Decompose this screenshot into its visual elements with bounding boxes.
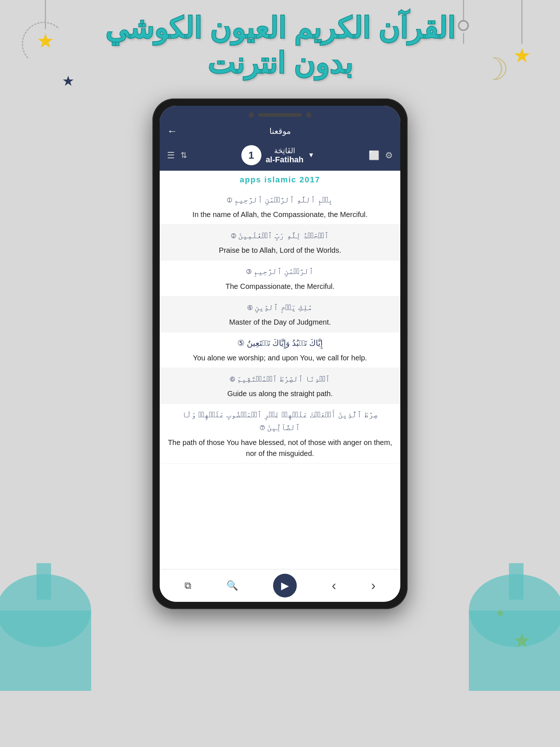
svg-rect-0: [36, 563, 51, 600]
phone-notch: [160, 106, 400, 121]
phone-screen: ← موقعنا ☰ ⇅ 1 الفَاتِحَة al-Fatihah ▼ ⬜…: [160, 106, 400, 602]
copy-button[interactable]: ⧉: [184, 580, 191, 591]
verse-arabic: بِسۡمِ ٱللَّهِ ٱلرَّحۡمَٰنِ ٱلرَّحِيمِ ①: [167, 193, 393, 206]
verses-container: بِسۡمِ ٱللَّهِ ٱلرَّحۡمَٰنِ ٱلرَّحِيمِ ①…: [160, 189, 400, 464]
verse-block: مَٰلِكِ يَوۡمِ ٱلدِّينِ ④Master of the D…: [160, 297, 400, 332]
verse-translation: The path of those You have blessed, not …: [167, 437, 393, 459]
verse-translation: The Compassionate, the Merciful.: [167, 281, 393, 292]
svg-point-2: [0, 574, 91, 647]
verse-block: ٱلرَّحۡمَٰنِ ٱلرَّحِيمِ ③The Compassiona…: [160, 260, 400, 296]
camera-dot-right: [306, 112, 311, 117]
bookmark-icon[interactable]: ⬜: [369, 150, 380, 160]
speaker-bar: [258, 113, 302, 117]
search-button[interactable]: 🔍: [226, 580, 238, 591]
content-area: apps islamic 2017 بِسۡمِ ٱللَّهِ ٱلرَّحۡ…: [160, 171, 400, 569]
settings-icon[interactable]: ⚙: [385, 150, 393, 160]
prev-button[interactable]: ‹: [332, 578, 336, 593]
bottom-star-right-sm: ★: [495, 607, 505, 619]
verse-translation: Praise be to Allah, Lord of the Worlds.: [167, 245, 393, 256]
header-left-icons: ☰ ⇅: [167, 150, 187, 160]
verse-block: ٱلۡحَمۡدُ لِلَّهِ رَبِّ ٱلۡعَٰلَمِينَ ②P…: [160, 225, 400, 260]
back-button[interactable]: ←: [167, 125, 177, 137]
camera-dot-left: [249, 112, 254, 117]
bottom-star-right: ★: [513, 629, 531, 652]
verse-arabic: ٱهۡدِنَا ٱلصِّرَٰطَ ٱلۡمُسۡتَقِيمَ ⑥: [167, 372, 393, 385]
verse-block: صِرَٰطَ ٱلَّذِينَ أَنۡعَمۡتَ عَلَيۡهِمۡ …: [160, 404, 400, 463]
surah-dropdown-arrow[interactable]: ▼: [308, 151, 315, 159]
app-topbar: ← موقعنا: [160, 121, 400, 142]
page-title: القرآن الكريم العيون الكوشي بدون انترنت: [0, 11, 560, 81]
header-right-icons: ⬜ ⚙: [369, 150, 393, 160]
play-button[interactable]: ▶: [273, 574, 297, 597]
verse-arabic: ٱلرَّحۡمَٰنِ ٱلرَّحِيمِ ③: [167, 265, 393, 278]
verse-arabic: مَٰلِكِ يَوۡمِ ٱلدِّينِ ④: [167, 301, 393, 314]
surah-arabic-name: الفَاتِحَة: [266, 146, 304, 155]
verse-translation: Guide us along the straight path.: [167, 388, 393, 399]
topbar-title: موقعنا: [269, 127, 291, 136]
svg-rect-4: [509, 563, 524, 600]
svg-rect-7: [469, 611, 560, 691]
surah-header: ☰ ⇅ 1 الفَاتِحَة al-Fatihah ▼ ⬜ ⚙: [160, 142, 400, 171]
mosque-dome-left: [0, 563, 95, 692]
verse-arabic: ٱلۡحَمۡدُ لِلَّهِ رَبِّ ٱلۡعَٰلَمِينَ ②: [167, 229, 393, 242]
surah-number-badge: 1: [241, 145, 261, 165]
watermark: apps islamic 2017: [160, 171, 400, 189]
verse-arabic: صِرَٰطَ ٱلَّذِينَ أَنۡعَمۡتَ عَلَيۡهِمۡ …: [167, 408, 393, 434]
verse-block: ٱهۡدِنَا ٱلصِّرَٰطَ ٱلۡمُسۡتَقِيمَ ⑥Guid…: [160, 368, 400, 404]
hamburger-icon[interactable]: ☰: [167, 150, 175, 160]
sort-icon[interactable]: ⇅: [180, 151, 187, 160]
verse-block: بِسۡمِ ٱللَّهِ ٱلرَّحۡمَٰنِ ٱلرَّحِيمِ ①…: [160, 189, 400, 225]
next-button[interactable]: ›: [371, 578, 376, 593]
surah-name-block: الفَاتِحَة al-Fatihah: [266, 146, 304, 165]
verse-arabic: إِيَّاكَ نَعۡبُدُ وَإِيَّاكَ نَسۡتَعِينُ…: [167, 337, 393, 349]
mosque-dome-right: [465, 563, 560, 692]
bottom-nav: ⧉ 🔍 ▶ ‹ ›: [160, 569, 400, 602]
surah-latin-name: al-Fatihah: [266, 155, 304, 165]
verse-block: إِيَّاكَ نَعۡبُدُ وَإِيَّاكَ نَسۡتَعِينُ…: [160, 332, 400, 368]
verse-translation: In the name of Allah, the Compassionate,…: [167, 209, 393, 220]
verse-translation: You alone we worship; and upon You, we c…: [167, 352, 393, 363]
phone-frame: ← موقعنا ☰ ⇅ 1 الفَاتِحَة al-Fatihah ▼ ⬜…: [152, 98, 408, 609]
verse-translation: Master of the Day of Judgment.: [167, 317, 393, 328]
svg-point-6: [469, 574, 560, 647]
svg-rect-3: [0, 611, 91, 691]
